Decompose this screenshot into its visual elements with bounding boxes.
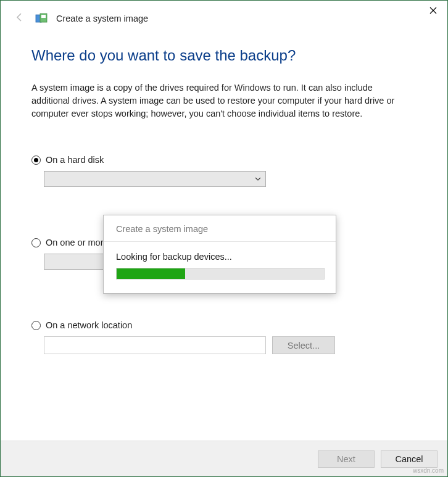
- footer: Next Cancel: [1, 441, 447, 476]
- wizard-window: Create a system image Where do you want …: [0, 0, 448, 477]
- content-area: Where do you want to save the backup? A …: [1, 25, 447, 354]
- radio-network-row[interactable]: On a network location: [31, 320, 417, 330]
- radio-network-label: On a network location: [46, 320, 132, 330]
- radio-dvd-label: On one or more: [46, 238, 109, 247]
- page-description: A system image is a copy of the drives r…: [31, 81, 402, 120]
- cancel-button[interactable]: Cancel: [381, 450, 438, 468]
- progress-dialog: Create a system image Looking for backup…: [103, 215, 336, 294]
- titlebar: [419, 1, 447, 20]
- radio-dvd[interactable]: [31, 238, 41, 247]
- chevron-down-icon: [251, 172, 265, 186]
- page-heading: Where do you want to save the backup?: [31, 47, 417, 64]
- radio-hard-disk-label: On a hard disk: [46, 155, 104, 165]
- back-arrow-icon: [14, 12, 25, 23]
- back-button[interactable]: [14, 12, 27, 25]
- progress-dialog-body: Looking for backup devices...: [104, 242, 336, 280]
- radio-hard-disk[interactable]: [31, 156, 41, 165]
- wizard-title: Create a system image: [56, 14, 148, 23]
- close-icon: [429, 7, 437, 14]
- progress-dialog-title: Create a system image: [104, 215, 336, 242]
- progress-bar-fill: [117, 268, 185, 279]
- network-input-row: Select...: [44, 336, 417, 354]
- system-image-icon: [35, 12, 48, 25]
- select-network-button[interactable]: Select...: [272, 336, 335, 354]
- header-row: Create a system image: [1, 1, 447, 25]
- radio-network[interactable]: [31, 321, 41, 330]
- hard-disk-combo[interactable]: [44, 171, 266, 187]
- progress-message: Looking for backup devices...: [116, 252, 323, 262]
- svg-rect-2: [41, 15, 46, 18]
- network-path-input[interactable]: [44, 336, 266, 354]
- radio-hard-disk-row[interactable]: On a hard disk: [31, 155, 417, 165]
- option-hard-disk: On a hard disk: [31, 155, 417, 187]
- option-network: On a network location Select...: [31, 320, 417, 354]
- next-button[interactable]: Next: [318, 450, 375, 468]
- watermark: wsxdn.com: [413, 467, 444, 474]
- close-button[interactable]: [419, 1, 447, 20]
- progress-bar: [116, 268, 325, 280]
